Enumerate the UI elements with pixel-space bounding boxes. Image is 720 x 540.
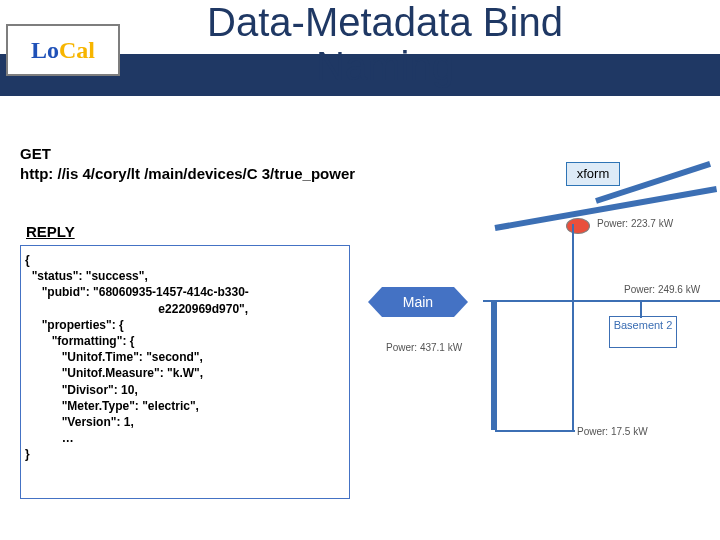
main-arrow-label: Main	[382, 287, 454, 317]
chevron-right-icon	[454, 287, 468, 317]
reply-label: REPLY	[26, 223, 75, 240]
power-label-mid: Power: 437.1 kW	[386, 342, 462, 353]
diagram-line	[640, 300, 642, 318]
basement-box: Basement 2	[609, 316, 677, 348]
logo-lo: Lo	[31, 37, 59, 63]
logo-cal: Cal	[59, 37, 95, 63]
diagram-line	[572, 224, 574, 302]
power-label-top: Power: 223.7 kW	[597, 218, 673, 229]
slide-title: Data-Metadata Bind Naming	[160, 0, 610, 88]
request-method: GET	[20, 145, 51, 162]
main-arrow: Main	[368, 287, 468, 317]
chevron-left-icon	[368, 287, 382, 317]
reply-body: { "status": "success", "pubid": "6806093…	[20, 245, 350, 499]
diagram-line	[572, 300, 720, 302]
diagram-line	[491, 300, 497, 430]
power-label-right: Power: 249.6 kW	[624, 284, 700, 295]
diagram-line	[495, 430, 575, 432]
highlight-ellipse-icon	[566, 218, 590, 234]
request-url: http: //is 4/cory/lt /main/devices/C 3/t…	[20, 165, 355, 182]
xform-box: xform	[566, 162, 620, 186]
power-label-bottom: Power: 17.5 kW	[577, 426, 648, 437]
logo: LoCal	[6, 24, 120, 76]
logo-text: LoCal	[31, 37, 95, 64]
slide: LoCal Data-Metadata Bind Naming GET http…	[0, 0, 720, 540]
diagram-line	[572, 300, 574, 430]
